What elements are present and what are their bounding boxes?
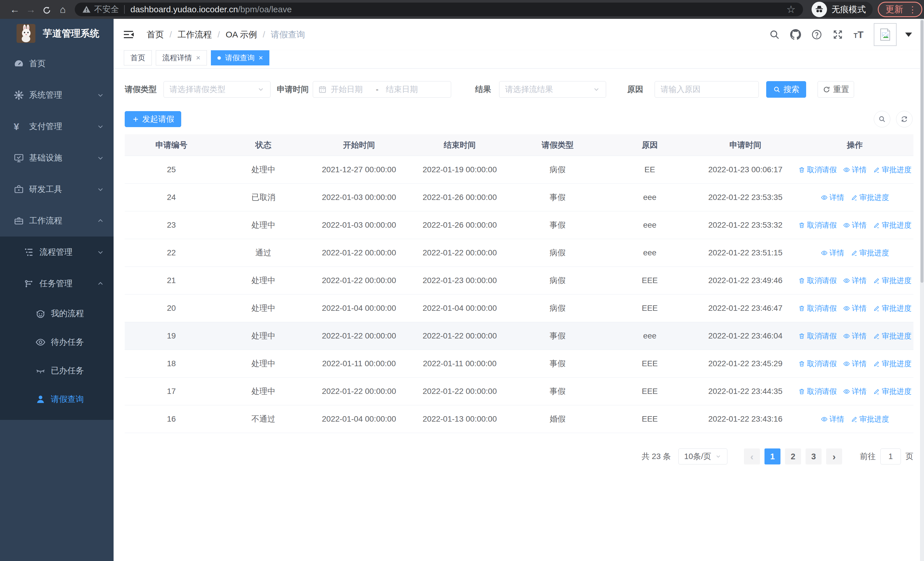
scrollbar-thumb[interactable] <box>921 20 923 283</box>
github-icon[interactable] <box>790 29 801 40</box>
page-size-select[interactable]: 10条/页 <box>678 448 728 465</box>
refresh-table-button[interactable] <box>896 111 913 127</box>
sidebar-item-todo-tasks[interactable]: 待办任务 <box>0 328 114 356</box>
sidebar-item-done-tasks[interactable]: 已办任务 <box>0 356 114 385</box>
detail-link[interactable]: 详情 <box>843 331 867 341</box>
avatar[interactable] <box>874 23 897 46</box>
cancel-leave-link[interactable]: 取消请假 <box>798 331 837 341</box>
approval-progress-link[interactable]: 审批进度 <box>873 387 912 397</box>
search-icon[interactable] <box>769 29 780 40</box>
table-row: 20 处理中 2022-01-04 00:00:00 2022-01-04 00… <box>125 295 914 322</box>
eye-icon <box>843 332 850 340</box>
reset-button[interactable]: 重置 <box>818 81 854 98</box>
detail-link[interactable]: 详情 <box>843 359 867 369</box>
fullscreen-icon[interactable] <box>832 29 843 40</box>
font-size-icon[interactable]: TT <box>854 29 864 40</box>
reason-input[interactable] <box>661 85 753 94</box>
browser-reload-icon[interactable] <box>39 4 55 15</box>
sidebar-collapse-icon[interactable] <box>124 29 134 40</box>
approval-progress-link[interactable]: 审批进度 <box>873 276 912 286</box>
cancel-leave-link[interactable]: 取消请假 <box>798 165 837 175</box>
tab-process-detail[interactable]: 流程详情 × <box>156 50 207 65</box>
detail-link[interactable]: 详情 <box>843 276 867 286</box>
approval-progress-link[interactable]: 审批进度 <box>873 359 912 369</box>
avatar-caret-icon[interactable] <box>905 33 912 37</box>
show-search-button[interactable] <box>874 111 890 127</box>
page-button-1[interactable]: 1 <box>765 448 780 465</box>
address-bar[interactable]: 不安全 dashboard.yudao.iocoder.cn/bpm/oa/le… <box>75 3 803 16</box>
date-start-input[interactable] <box>331 85 376 94</box>
detail-link[interactable]: 详情 <box>843 165 867 175</box>
approval-progress-link[interactable]: 审批进度 <box>873 331 912 341</box>
browser-home-icon[interactable]: ⌂ <box>55 4 71 15</box>
bookmark-star-icon[interactable]: ☆ <box>786 3 796 15</box>
cancel-leave-link[interactable]: 取消请假 <box>798 276 837 286</box>
breadcrumb-oa-example[interactable]: OA 示例 <box>226 29 257 41</box>
close-icon[interactable]: × <box>196 53 200 62</box>
scrollbar[interactable] <box>920 19 924 561</box>
breadcrumb-workflow[interactable]: 工作流程 <box>177 29 212 41</box>
detail-link[interactable]: 详情 <box>821 414 844 424</box>
browser-back-icon[interactable]: ← <box>7 4 23 15</box>
result-input[interactable] <box>505 85 593 94</box>
detail-link[interactable]: 详情 <box>821 193 844 203</box>
tab-leave-query[interactable]: 请假查询 × <box>211 50 269 65</box>
leave-type-input[interactable] <box>170 85 257 94</box>
apply-time-range-picker[interactable]: - <box>313 81 451 98</box>
page-button-2[interactable]: 2 <box>785 448 801 465</box>
detail-link[interactable]: 详情 <box>843 387 867 397</box>
approval-progress-link[interactable]: 审批进度 <box>850 248 889 258</box>
sidebar-item-dev-tools[interactable]: 研发工具 <box>0 174 114 205</box>
browser-menu-icon[interactable]: ⋮ <box>908 5 917 15</box>
chevron-down-icon <box>257 86 264 93</box>
sidebar-item-payment[interactable]: ¥ 支付管理 <box>0 111 114 142</box>
page-button-3[interactable]: 3 <box>806 448 822 465</box>
breadcrumb-home[interactable]: 首页 <box>147 29 164 41</box>
detail-link[interactable]: 详情 <box>821 248 844 258</box>
approval-progress-link[interactable]: 审批进度 <box>873 303 912 313</box>
sidebar-item-workflow[interactable]: 工作流程 <box>0 205 114 236</box>
result-select[interactable] <box>499 81 606 98</box>
sidebar-item-my-process[interactable]: 我的流程 <box>0 299 114 328</box>
sidebar-item-process-management[interactable]: 流程管理 <box>0 236 114 268</box>
browser-update-button[interactable]: 更新 ⋮ <box>878 2 922 17</box>
sidebar-item-system[interactable]: 系统管理 <box>0 80 114 111</box>
close-icon[interactable]: × <box>258 53 263 62</box>
reason-field[interactable] <box>655 81 759 98</box>
eye-icon <box>843 388 850 395</box>
sidebar-item-leave-query[interactable]: 请假查询 <box>0 385 114 414</box>
cancel-leave-link[interactable]: 取消请假 <box>798 303 837 313</box>
approval-progress-link[interactable]: 审批进度 <box>873 165 912 175</box>
goto-label: 前往 <box>860 451 876 462</box>
cancel-leave-link[interactable]: 取消请假 <box>798 220 837 230</box>
approval-progress-link[interactable]: 审批进度 <box>873 220 912 230</box>
cancel-leave-link[interactable]: 取消请假 <box>798 359 837 369</box>
approval-progress-link[interactable]: 审批进度 <box>850 193 889 203</box>
browser-forward-icon[interactable]: → <box>23 4 39 15</box>
help-icon[interactable] <box>811 29 822 40</box>
create-leave-button[interactable]: 发起请假 <box>125 111 181 127</box>
detail-link[interactable]: 详情 <box>843 220 867 230</box>
next-page-button[interactable]: › <box>826 448 842 465</box>
tab-home[interactable]: 首页 <box>124 50 152 65</box>
breadcrumb: 首页 / 工作流程 / OA 示例 / 请假查询 <box>147 29 305 41</box>
chevron-down-icon <box>97 186 104 193</box>
leave-type-select[interactable] <box>164 81 270 98</box>
app-title: 芋道管理系统 <box>43 27 99 40</box>
sidebar-item-infrastructure[interactable]: 基础设施 <box>0 142 114 174</box>
goto-page-input[interactable] <box>880 448 901 465</box>
app-logo-row: 芋道管理系统 <box>0 19 114 48</box>
trash-icon <box>798 360 805 367</box>
cancel-leave-link[interactable]: 取消请假 <box>798 387 837 397</box>
sidebar-item-home[interactable]: 首页 <box>0 48 114 80</box>
prev-page-button[interactable]: ‹ <box>744 448 760 465</box>
workflow-submenu: 流程管理 任务管理 我的流程 待办任务 <box>0 236 114 420</box>
sidebar-item-task-management[interactable]: 任务管理 <box>0 268 114 299</box>
date-end-input[interactable] <box>386 85 431 94</box>
search-button[interactable]: 搜索 <box>766 81 806 98</box>
approval-progress-link[interactable]: 审批进度 <box>850 414 889 424</box>
eye-icon <box>821 250 828 257</box>
chevron-down-icon <box>97 155 104 161</box>
detail-link[interactable]: 详情 <box>843 303 867 313</box>
leave-type-label: 请假类型 <box>125 84 157 95</box>
